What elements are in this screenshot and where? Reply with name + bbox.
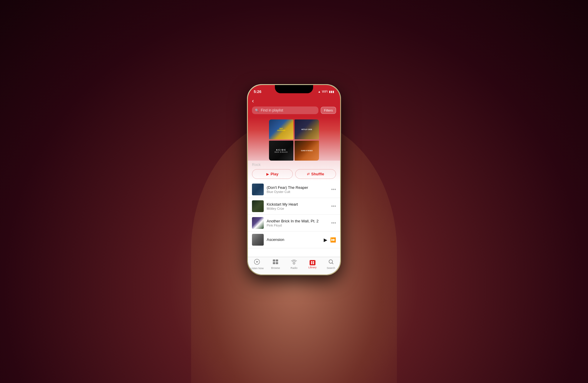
listen-now-icon bbox=[254, 259, 260, 266]
song-info-3: Another Brick In the Wall, Pt. 2 Pink Fl… bbox=[267, 219, 328, 227]
svg-rect-7 bbox=[311, 261, 312, 263]
radio-icon bbox=[291, 259, 297, 266]
back-row: ‹ bbox=[252, 97, 336, 104]
browse-icon bbox=[273, 259, 278, 266]
shuffle-label: Shuffle bbox=[311, 172, 324, 176]
tab-library[interactable]: Library bbox=[305, 260, 320, 269]
song-info-4: Ascension bbox=[267, 237, 321, 242]
album-grid-container: DEFLEPPARD Mötley Crüe AC/DC BACK IN BLA… bbox=[248, 117, 340, 161]
song-title-2: Kickstart My Heart bbox=[267, 202, 328, 207]
play-label: Play bbox=[270, 172, 278, 176]
search-row: 🔍 Find in playlist Filters bbox=[252, 106, 336, 114]
song-artwork-1 bbox=[252, 184, 264, 195]
song-artist-2: Mötley Crüe bbox=[267, 207, 328, 210]
playback-controls: ▶ Play ⇄ Shuffle bbox=[252, 169, 336, 179]
svg-rect-3 bbox=[276, 259, 278, 262]
app-header: ‹ 🔍 Find in playlist Filters bbox=[248, 96, 340, 117]
album-acdc[interactable]: AC/DC BACK IN BLACK bbox=[269, 141, 293, 161]
song-artist-1: Blue Oyster Cult bbox=[267, 190, 328, 194]
phone-body: 5:26 ▲ WiFi ▮▮▮ ‹ 🔍 Find in bbox=[248, 85, 340, 274]
song-item-2[interactable]: Kickstart My Heart Mötley Crüe ••• bbox=[248, 198, 340, 215]
phone-case: 5:26 ▲ WiFi ▮▮▮ ‹ 🔍 Find in bbox=[247, 84, 341, 275]
playlist-controls-area: Rock ▶ Play ⇄ Shuffle bbox=[248, 161, 340, 181]
search-placeholder: Find in playlist bbox=[261, 108, 283, 112]
svg-line-12 bbox=[332, 263, 333, 264]
song-item-3[interactable]: Another Brick In the Wall, Pt. 2 Pink Fl… bbox=[248, 215, 340, 232]
song-more-1[interactable]: ••• bbox=[331, 187, 336, 192]
search-tab-icon bbox=[328, 259, 334, 266]
song-info-2: Kickstart My Heart Mötley Crüe bbox=[267, 202, 328, 210]
svg-rect-8 bbox=[313, 261, 314, 263]
svg-rect-5 bbox=[276, 262, 278, 264]
album-def-leppard-label: DEFLEPPARD bbox=[276, 127, 286, 132]
status-time: 5:26 bbox=[254, 89, 261, 94]
now-skip-icon[interactable]: ⏩ bbox=[330, 237, 336, 243]
battery-icon: ▮▮▮ bbox=[329, 90, 334, 93]
song-more-2[interactable]: ••• bbox=[331, 204, 336, 209]
album-def-leppard[interactable]: DEFLEPPARD bbox=[269, 119, 293, 139]
library-icon bbox=[310, 260, 315, 265]
tab-browse[interactable]: Browse bbox=[268, 259, 283, 269]
filters-button[interactable]: Filters bbox=[321, 107, 336, 114]
tab-bar: Listen Now Browse bbox=[248, 257, 340, 274]
phone-device: 5:26 ▲ WiFi ▮▮▮ ‹ 🔍 Find in bbox=[247, 84, 341, 275]
art-pink-floyd bbox=[252, 217, 264, 229]
shuffle-icon: ⇄ bbox=[307, 172, 310, 176]
song-item-4[interactable]: Ascension ▶ ⏩ bbox=[248, 232, 340, 248]
song-artist-3: Pink Floyd bbox=[267, 224, 328, 227]
song-artwork-2 bbox=[252, 200, 264, 212]
screen: 5:26 ▲ WiFi ▮▮▮ ‹ 🔍 Find in bbox=[248, 85, 340, 274]
song-title-1: (Don't Fear) The Reaper bbox=[267, 185, 328, 190]
now-play-icon[interactable]: ▶ bbox=[324, 237, 327, 243]
art-ascension bbox=[252, 234, 264, 246]
shuffle-button[interactable]: ⇄ Shuffle bbox=[295, 169, 336, 179]
playlist-name: Rock bbox=[252, 162, 336, 167]
svg-marker-1 bbox=[256, 261, 258, 263]
svg-rect-4 bbox=[273, 262, 275, 264]
location-icon: ▲ bbox=[318, 90, 321, 93]
song-artwork-4 bbox=[252, 234, 264, 246]
svg-point-6 bbox=[293, 262, 295, 264]
tab-listen-now[interactable]: Listen Now bbox=[250, 259, 264, 270]
tab-listen-now-label: Listen Now bbox=[250, 267, 264, 270]
tab-search-label: Search bbox=[327, 267, 335, 269]
song-artwork-3 bbox=[252, 217, 264, 229]
notch bbox=[275, 85, 313, 93]
tab-radio-label: Radio bbox=[290, 267, 298, 269]
song-title-4: Ascension bbox=[267, 237, 321, 242]
tab-library-label: Library bbox=[308, 266, 317, 269]
play-icon: ▶ bbox=[266, 172, 269, 176]
svg-rect-9 bbox=[311, 263, 312, 264]
album-gnr-label: Guns N' Roses bbox=[300, 149, 313, 152]
album-acdc-label: AC/DC bbox=[275, 149, 288, 151]
song-list: (Don't Fear) The Reaper Blue Oyster Cult… bbox=[248, 181, 340, 257]
search-bar[interactable]: 🔍 Find in playlist bbox=[252, 106, 318, 114]
tab-search[interactable]: Search bbox=[324, 259, 338, 269]
song-more-3[interactable]: ••• bbox=[331, 220, 336, 226]
song-title-3: Another Brick In the Wall, Pt. 2 bbox=[267, 219, 328, 223]
album-acdc-sublabel: BACK IN BLACK bbox=[275, 151, 288, 153]
song-item-1[interactable]: (Don't Fear) The Reaper Blue Oyster Cult… bbox=[248, 181, 340, 198]
tab-radio[interactable]: Radio bbox=[287, 259, 301, 269]
wifi-icon: WiFi bbox=[322, 90, 328, 93]
search-icon: 🔍 bbox=[255, 109, 259, 112]
art-motley-crue bbox=[252, 200, 264, 212]
tab-browse-label: Browse bbox=[271, 267, 280, 269]
art-blue-oyster-cult bbox=[252, 184, 264, 195]
back-button[interactable]: ‹ bbox=[252, 97, 254, 104]
album-gnr[interactable]: Guns N' Roses bbox=[295, 141, 319, 161]
svg-rect-10 bbox=[313, 263, 314, 264]
now-playing-controls: ▶ ⏩ bbox=[324, 237, 336, 243]
song-info-1: (Don't Fear) The Reaper Blue Oyster Cult bbox=[267, 185, 328, 194]
album-grid: DEFLEPPARD Mötley Crüe AC/DC BACK IN BLA… bbox=[269, 119, 319, 161]
status-icons: ▲ WiFi ▮▮▮ bbox=[318, 90, 334, 93]
album-motley-crue[interactable]: Mötley Crüe bbox=[295, 119, 319, 139]
svg-rect-2 bbox=[273, 259, 275, 262]
play-button[interactable]: ▶ Play bbox=[252, 169, 293, 179]
album-motley-label: Mötley Crüe bbox=[301, 128, 313, 131]
